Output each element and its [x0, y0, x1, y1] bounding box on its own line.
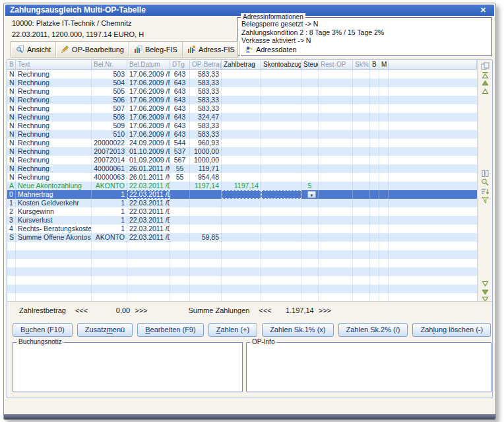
table-row[interactable]: NRechnung50917.06.2009 /Mi643583,33: [7, 122, 477, 130]
zahlrestbetrag-value: 0,00: [88, 306, 130, 314]
op-info-box[interactable]: OP-Info: [246, 342, 491, 392]
table-row[interactable]: NRechnung50617.06.2009 /Mi643583,33: [7, 96, 477, 104]
column-header-sk_pct[interactable]: Sk%: [353, 60, 370, 69]
tab-op-bearbeitung[interactable]: OP-Bearbeitung: [56, 42, 129, 57]
table-row[interactable]: 2Kursgewinn122.03.2011 /Di: [7, 207, 477, 216]
tab-adressdaten[interactable]: Adressdaten: [240, 42, 301, 57]
scroll-top-icon[interactable]: [481, 70, 489, 78]
steue-dropdown[interactable]: ▼: [307, 191, 316, 198]
address-info-line: Zahlungskondition 2 : 8 Tage 3% / 15 Tag…: [241, 28, 488, 37]
tab-beleg-fis[interactable]: Beleg-FIS: [129, 42, 183, 57]
table-row[interactable]: 3Kursverlust122.03.2011 /Di: [7, 216, 477, 225]
zahlrestbetrag-label: Zahlrestbetrag: [19, 306, 66, 314]
tab-adress-fis[interactable]: Adress-FIS: [183, 42, 240, 57]
table-row-empty: [7, 259, 477, 267]
bar-chart-icon: [134, 45, 142, 53]
column-header-steue[interactable]: Steue: [301, 60, 319, 69]
column-header-text[interactable]: Text: [16, 60, 92, 69]
pen-icon: [61, 45, 69, 53]
table-row-empty: [7, 276, 477, 285]
column-header-dtg[interactable]: DTg: [170, 60, 190, 69]
table-side-toolbar: [478, 60, 493, 301]
zahlen-sk1-button[interactable]: Zahlen Sk.1% (x): [262, 323, 333, 337]
tab-label: Ansicht: [27, 46, 51, 53]
button-row: Buchen (F10) Zusatzmenü Bearbeiten (F9) …: [7, 320, 492, 339]
column-header-filler[interactable]: [389, 60, 477, 69]
window-content: 10000: Platzke IT-Technik / Chemnitz 22.…: [5, 17, 495, 414]
table-row[interactable]: NRechnung50417.06.2009 /Mi643583,33: [7, 79, 477, 87]
table-row-empty: [7, 242, 477, 250]
table-row[interactable]: NRechnung50517.06.2009 /Mi643583,33: [7, 87, 477, 96]
summary-bar: Zahlrestbetrag <<< 0,00 >>> Summe Zahlun…: [7, 301, 492, 319]
column-header-m[interactable]: M: [379, 60, 389, 69]
column-header-op_betrag[interactable]: OP-Betrag: [190, 60, 222, 69]
column-header-b[interactable]: B: [7, 60, 16, 69]
table-row[interactable]: NRechnung50717.06.2009 /Mi643583,33: [7, 104, 477, 113]
op-table: BTextBel.Nr.Bel.DatumDTgOP-BetragZahlbet…: [7, 60, 478, 302]
tab-label: Adressdaten: [256, 46, 297, 53]
tab-ansicht[interactable]: Ansicht: [11, 42, 56, 57]
tab-label: OP-Bearbeitung: [72, 46, 124, 53]
zusatzmenu-button[interactable]: Zusatzmenü: [77, 323, 133, 337]
scroll-down-page-icon[interactable]: [481, 287, 489, 295]
tab-label: Beleg-FIS: [145, 46, 177, 53]
op-panel: BTextBel.Nr.Bel.DatumDTgOP-BetragZahlbet…: [7, 59, 493, 398]
tab-label: Adress-FIS: [199, 46, 235, 53]
window-bottom-edge: [4, 414, 495, 419]
chevron-down-icon: ▼: [310, 193, 314, 197]
sort-icon[interactable]: [481, 186, 489, 194]
buchen-button[interactable]: Buchen (F10): [13, 323, 73, 337]
customer-line: 10000: Platzke IT-Technik / Chemnitz: [12, 19, 132, 27]
table-row[interactable]: NRechnung2007201401.09.2009 /Di5671000,0…: [7, 156, 477, 164]
screen: Zahlungsausgleich Multi-OP-Tabelle ✕ 100…: [0, 0, 504, 422]
buchungsnotiz-legend: Buchungsnotiz: [16, 338, 64, 345]
column-header-zahlbetrag[interactable]: Zahlbetrag: [222, 60, 261, 69]
zahlen-button[interactable]: Zahlen (+): [208, 323, 257, 337]
table-row-empty: [7, 250, 477, 259]
window-title: Zahlungsausgleich Multi-OP-Tabelle: [10, 5, 146, 15]
copy-icon[interactable]: [481, 61, 489, 69]
address-info-legend: Adressinformationen: [241, 13, 305, 20]
scroll-up-icon[interactable]: [481, 86, 489, 94]
column-header-rest_op[interactable]: Rest-OP: [319, 60, 353, 69]
document-line: 22.03.2011, 1200.000, 1197.14 EURO, H: [12, 30, 144, 38]
column-header-b2[interactable]: B: [370, 60, 379, 69]
table-row[interactable]: 0Mahnertrag122.03.2011 /Di▼: [7, 190, 477, 199]
table-row[interactable]: NRechnung2000002224.09.2009 /Do544960,93: [7, 139, 477, 147]
table-row-empty: [7, 267, 477, 276]
bearbeiten-button[interactable]: Bearbeiten (F9): [137, 323, 203, 337]
column-header-skontoabzug[interactable]: Skontoabzug: [261, 60, 301, 69]
table-header-row: BTextBel.Nr.Bel.DatumDTgOP-BetragZahlbet…: [7, 60, 477, 70]
tab-bar: Ansicht OP-Bearbeitung: [11, 41, 238, 57]
bracket-close: >>>: [135, 306, 147, 314]
table-row[interactable]: 4Rechts- Beratungskosten122.03.2011 /Di: [7, 225, 477, 233]
table-row[interactable]: NRechnung50817.06.2009 /Mi643324,47: [7, 113, 477, 122]
close-icon[interactable]: ✕: [480, 5, 486, 16]
bracket-close: >>>: [319, 306, 331, 314]
zahlung-loeschen-button[interactable]: Zahlung löschen (-): [412, 323, 491, 337]
column-header-belnr[interactable]: Bel.Nr.: [92, 60, 127, 69]
magnifier-document-icon: [16, 45, 24, 53]
bracket-open: <<<: [259, 306, 271, 314]
summe-zahlungen-value: 1.197,14: [272, 306, 314, 314]
table-row[interactable]: NRechnung4000006326.01.2011 /Mi55954,48: [7, 173, 477, 182]
table-row[interactable]: NRechnung2007201301.10.2009 /Do5371000,0…: [7, 147, 477, 156]
table-row[interactable]: 1Kosten Geldverkehr122.03.2011 /Di: [7, 199, 477, 207]
bar-chart-person-icon: [187, 45, 196, 53]
scroll-down-icon[interactable]: [481, 279, 489, 287]
table-row[interactable]: NRechnung51017.06.2009 /Mi643583,33: [7, 130, 477, 139]
table-row[interactable]: ANeue AkontozahlungAKONTO22.03.2011 /Di1…: [7, 182, 477, 190]
table-row[interactable]: SSumme Offene AkontosAKONTO22.03.2011 /D…: [7, 233, 477, 242]
person-icon: [245, 45, 253, 53]
scroll-up-page-icon[interactable]: [481, 78, 489, 86]
address-info-line: Belegsperre gesetzt -> N: [241, 20, 488, 28]
table-row[interactable]: NRechnung50317.06.2009 /Mi643583,33: [7, 70, 477, 79]
filter-icon[interactable]: [481, 195, 489, 203]
table-row[interactable]: NRechnung4000006126.01.2011 /Mi55119,71: [7, 164, 477, 173]
search-icon[interactable]: [481, 177, 489, 185]
column-header-beldatum[interactable]: Bel.Datum: [127, 60, 170, 69]
columns-icon[interactable]: [481, 168, 489, 176]
buchungsnotiz-input[interactable]: Buchungsnotiz: [13, 342, 243, 392]
zahlen-sk2-button[interactable]: Zahlen Sk.2% (/): [338, 323, 408, 337]
summe-zahlungen-label: Summe Zahlungen: [189, 306, 250, 314]
